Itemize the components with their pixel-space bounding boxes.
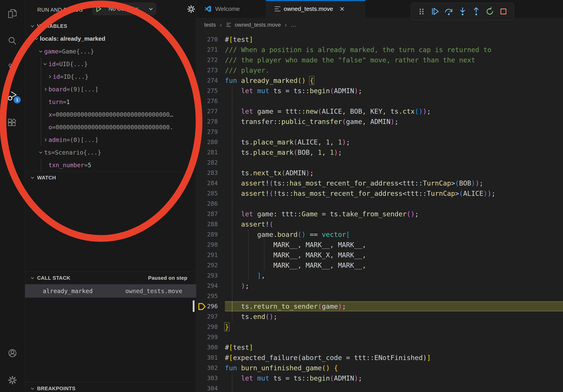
line-number[interactable]: 271 <box>196 45 225 55</box>
variable-row[interactable]: x = 00000000000000000000000000000000… <box>25 108 196 121</box>
line-number[interactable]: 294 <box>196 281 225 291</box>
line-number[interactable]: 276 <box>196 96 225 106</box>
code-text[interactable] <box>225 198 563 209</box>
chevron-down-icon[interactable] <box>44 62 47 65</box>
code-text[interactable]: let game = ttt::new(ALICE, BOB, KEY, ts.… <box>225 106 563 117</box>
code-text[interactable]: #[expected_failure(abort_code = ttt::ENo… <box>225 353 563 363</box>
code-text[interactable]: assert!( <box>225 219 563 229</box>
line-number[interactable]: 293 <box>196 270 225 281</box>
code-text[interactable] <box>225 127 563 137</box>
line-number[interactable]: 298 <box>196 322 225 332</box>
line-number[interactable]: 295 <box>196 291 225 301</box>
tab-welcome[interactable]: Welcome <box>196 0 266 18</box>
code-text[interactable] <box>225 96 563 106</box>
code-text[interactable]: transfer::public_transfer(game, ADMIN); <box>225 117 563 127</box>
variable-row[interactable]: turn = 1 <box>25 95 196 108</box>
source-control-icon[interactable] <box>7 63 18 74</box>
code-line[interactable]: 298} <box>196 322 563 332</box>
search-icon[interactable] <box>7 36 18 47</box>
code-line[interactable]: 275 let mut ts = ts::begin(ADMIN); <box>196 86 563 96</box>
code-line[interactable]: 284 assert!(ts::has_most_recent_for_addr… <box>196 178 563 188</box>
code-text[interactable]: ts.return_to_sender(game); <box>225 301 563 312</box>
code-text[interactable]: ts.place_mark(ALICE, 1, 1); <box>225 137 563 147</box>
code-text[interactable]: ts.next_tx(ADMIN); <box>225 168 563 178</box>
code-editor[interactable]: 270#[test]271/// When a position is alre… <box>196 34 563 392</box>
line-number[interactable]: 288 <box>196 219 225 229</box>
line-number[interactable]: 304 <box>196 383 225 392</box>
code-line[interactable]: 296 ts.return_to_sender(game); <box>196 301 563 312</box>
step-over-button[interactable] <box>444 6 454 17</box>
code-line[interactable]: 280 ts.place_mark(ALICE, 1, 1); <box>196 137 563 147</box>
drag-handle-icon[interactable] <box>416 6 427 17</box>
code-text[interactable]: ); <box>225 281 563 291</box>
line-number[interactable]: 302 <box>196 363 225 373</box>
config-dropdown-label[interactable]: No Configur <box>105 6 148 12</box>
code-text[interactable]: MARK__, MARK__, MARK__, <box>225 240 563 250</box>
code-text[interactable]: assert!(ts::has_most_recent_for_address<… <box>225 178 563 188</box>
code-line[interactable]: 270#[test] <box>196 34 563 45</box>
code-text[interactable]: ts.place_mark(BOB, 1, 1); <box>225 147 563 157</box>
code-text[interactable]: ts.end(); <box>225 312 563 322</box>
step-into-button[interactable] <box>458 6 468 17</box>
variable-row[interactable]: locals: already_marked <box>25 32 196 45</box>
breadcrumb-item[interactable]: owned_tests.move <box>235 22 281 28</box>
launch-config-dropdown[interactable]: No Configur <box>92 2 156 15</box>
chevron-down-icon[interactable] <box>39 150 42 153</box>
line-number[interactable]: 292 <box>196 260 225 270</box>
code-line[interactable]: 293 ], <box>196 270 563 281</box>
code-line[interactable]: 274fun already_marked() { <box>196 75 563 86</box>
settings-gear-icon[interactable] <box>7 375 18 386</box>
code-line[interactable]: 299 <box>196 332 563 342</box>
line-number[interactable]: 283 <box>196 168 225 178</box>
line-number[interactable]: 274 <box>196 75 225 86</box>
code-text[interactable]: /// When a position is already marked, t… <box>225 45 563 55</box>
code-line[interactable]: 282 <box>196 157 563 168</box>
line-number[interactable]: 272 <box>196 55 225 65</box>
code-text[interactable]: let game: ttt::Game = ts.take_from_sende… <box>225 209 563 219</box>
code-line[interactable]: 291 MARK__, MARK_X, MARK__, <box>196 250 563 260</box>
variable-row[interactable]: id = UID{...} <box>25 58 196 70</box>
code-line[interactable]: 292 MARK__, MARK__, MARK__, <box>196 260 563 270</box>
code-line[interactable]: 273/// player. <box>196 65 563 75</box>
code-line[interactable]: 272/// the player who made the "false" m… <box>196 55 563 65</box>
variable-row[interactable]: ts = Scenario{...} <box>25 146 196 159</box>
explorer-icon[interactable] <box>7 8 18 19</box>
chevron-down-icon[interactable] <box>35 37 38 40</box>
restart-button[interactable] <box>485 6 495 17</box>
code-text[interactable]: fun already_marked() { <box>225 75 563 86</box>
variable-row[interactable]: o = 00000000000000000000000000000000. <box>25 121 196 133</box>
code-line[interactable]: 285 assert!(!ts::has_most_recent_for_add… <box>196 188 563 198</box>
code-text[interactable]: ], <box>225 270 563 281</box>
code-text[interactable]: MARK__, MARK__, MARK__, <box>225 260 563 270</box>
line-number[interactable]: 275 <box>196 86 225 96</box>
code-text[interactable] <box>225 332 563 342</box>
chevron-right-icon[interactable] <box>48 75 51 78</box>
watch-section-header[interactable]: WATCH <box>25 171 196 184</box>
code-line[interactable]: 301#[expected_failure(abort_code = ttt::… <box>196 353 563 363</box>
line-number[interactable]: 273 <box>196 65 225 75</box>
start-debug-icon[interactable] <box>92 6 105 12</box>
code-line[interactable]: 281 ts.place_mark(BOB, 1, 1); <box>196 147 563 157</box>
close-icon[interactable]: × <box>340 5 344 13</box>
run-and-debug-icon[interactable]: 1 <box>7 91 18 102</box>
chevron-down-icon[interactable] <box>39 49 42 52</box>
code-line[interactable]: 302fun burn_unfinished_game() { <box>196 363 563 373</box>
code-text[interactable] <box>225 157 563 168</box>
code-text[interactable]: fun burn_unfinished_game() { <box>225 363 563 373</box>
step-out-button[interactable] <box>471 6 481 17</box>
account-icon[interactable] <box>7 348 18 359</box>
line-number[interactable]: 296 <box>196 301 225 312</box>
code-text[interactable]: let mut ts = ts::begin(ADMIN); <box>225 373 563 383</box>
code-line[interactable]: 300#[test] <box>196 342 563 353</box>
call-stack-section-header[interactable]: CALL STACK Paused on step <box>25 272 196 284</box>
line-number[interactable]: 287 <box>196 209 225 219</box>
code-line[interactable]: 304 <box>196 383 563 392</box>
line-number[interactable]: 290 <box>196 240 225 250</box>
line-number[interactable]: 281 <box>196 147 225 157</box>
code-line[interactable]: 295 <box>196 291 563 301</box>
code-line[interactable]: 289 game.board() == vector[ <box>196 229 563 240</box>
line-number[interactable]: 303 <box>196 373 225 383</box>
code-line[interactable]: 297 ts.end(); <box>196 312 563 322</box>
line-number[interactable]: 300 <box>196 342 225 353</box>
code-line[interactable]: 278 transfer::public_transfer(game, ADMI… <box>196 117 563 127</box>
